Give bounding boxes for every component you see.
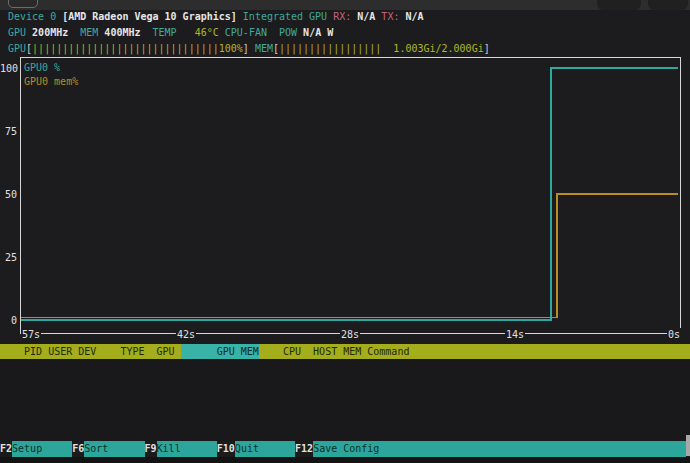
y-axis-tick-100: 100 — [0, 62, 17, 74]
x-axis-tick-42s: 42s — [176, 328, 196, 340]
y-axis-tick-75: 75 — [0, 125, 17, 137]
function-key-bar: F2 Setup F6 Sort F9 Kill F10 Quit F12 Sa… — [0, 441, 686, 457]
pow-value: N/A W — [303, 27, 333, 38]
save-config-button[interactable]: Save Config — [313, 441, 686, 457]
y-axis-tick-25: 25 — [0, 251, 17, 263]
window-tab-shape — [8, 0, 38, 8]
y-axis-tick-50: 50 — [0, 188, 17, 200]
x-axis-tick-28s: 28s — [340, 328, 360, 340]
legend-gpu-mem-percent: GPU0 mem% — [24, 75, 78, 88]
header-columns-right: CPU HOST MEM Command — [259, 344, 410, 359]
process-list-area — [0, 359, 690, 441]
x-axis-tick-0s: 0s — [667, 328, 681, 340]
gpu-clock-value: 200MHz — [32, 27, 68, 38]
window-control-shape — [597, 0, 641, 10]
nvtop-terminal-window: Device 0 [AMD Radeon Vega 10 Graphics] I… — [0, 0, 690, 463]
gauge-line: GPU[|||||||||||||||||||||||||||||||100%]… — [8, 42, 490, 55]
mem-gauge-label: MEM — [255, 43, 273, 54]
mem-usage-bar: ||||||||||||||||| 1.003Gi/2.000Gi — [279, 43, 484, 54]
fan-label: CPU-FAN — [225, 27, 267, 38]
window-control-shape — [648, 0, 688, 10]
scrollbar-sliver — [686, 435, 690, 456]
header-filler — [409, 344, 690, 359]
window-titlebar — [0, 0, 690, 10]
setup-button[interactable]: Setup — [12, 441, 72, 457]
quit-button[interactable]: Quit — [235, 441, 295, 457]
utilization-chart — [20, 57, 682, 335]
mem-gauge-bracket-close: ] — [484, 43, 490, 54]
gpu-clock-label: GPU — [8, 27, 26, 38]
pow-label: POW — [279, 27, 297, 38]
stats-line: GPU 200MHz MEM 400MHz TEMP 46°C CPU-FAN … — [8, 26, 333, 39]
rx-value: N/A — [357, 11, 375, 22]
f6-key[interactable]: F6 — [72, 441, 84, 457]
legend-gpu-percent: GPU0 % — [24, 61, 60, 74]
header-sort-column-gpu-mem[interactable]: GPU MEM — [181, 344, 259, 359]
gpu-usage-bar: |||||||||||||||||||||||||||||||100% — [32, 43, 243, 54]
f10-key[interactable]: F10 — [217, 441, 235, 457]
mem-clock-label: MEM — [80, 27, 98, 38]
device-info-line: Device 0 [AMD Radeon Vega 10 Graphics] I… — [8, 10, 424, 23]
gpu-type-label: Integrated GPU — [243, 11, 327, 22]
tx-value: N/A — [405, 11, 423, 22]
header-columns-left: PID USER DEV TYPE GPU — [0, 344, 181, 359]
rx-label: RX: — [333, 11, 351, 22]
process-table-header: PID USER DEV TYPE GPU GPU MEM CPU HOST M… — [0, 344, 690, 359]
temp-label: TEMP — [153, 27, 177, 38]
x-axis-tick-14s: 14s — [505, 328, 525, 340]
y-axis-tick-0: 0 — [0, 314, 17, 326]
x-axis-tick-57s: 57s — [21, 328, 41, 340]
tx-label: TX: — [381, 11, 399, 22]
f9-key[interactable]: F9 — [145, 441, 157, 457]
temp-value: 46°C — [195, 27, 219, 38]
f2-key[interactable]: F2 — [0, 441, 12, 457]
kill-button[interactable]: Kill — [157, 441, 217, 457]
mem-clock-value: 400MHz — [104, 27, 140, 38]
f12-key[interactable]: F12 — [295, 441, 313, 457]
sort-button[interactable]: Sort — [84, 441, 144, 457]
device-label: Device 0 — [8, 11, 56, 22]
device-name: [AMD Radeon Vega 10 Graphics] — [62, 11, 237, 22]
bottom-strip — [0, 457, 690, 463]
gpu-gauge-label: GPU — [8, 43, 26, 54]
